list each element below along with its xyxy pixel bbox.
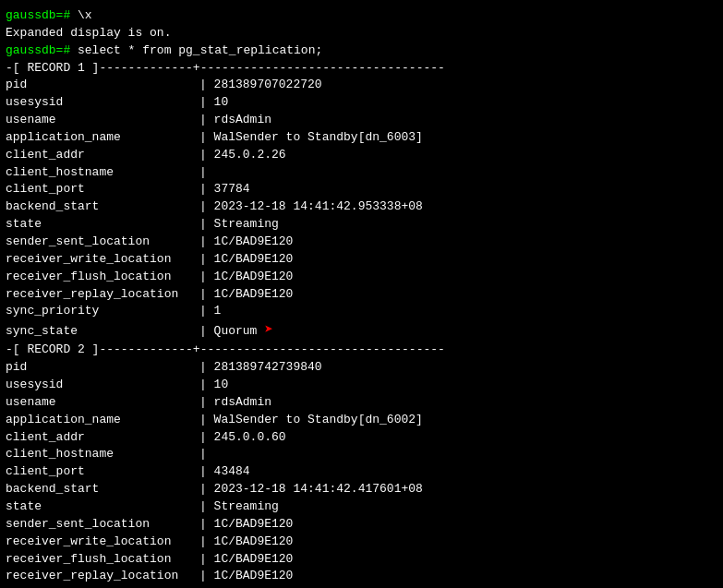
field-replayloc-1: receiver_replay_location | 1C/BAD9E120 [6,286,717,304]
field-usesysid-1: usesysid | 10 [6,94,717,112]
expanded-display-info: Expanded display is on. [6,25,717,42]
field-replayloc-2: receiver_replay_location | 1C/BAD9E120 [6,568,717,585]
field-usename-1: usename | rdsAdmin [6,112,717,129]
field-sentloc-2: sender_sent_location | 1C/BAD9E120 [6,516,717,534]
field-writeloc-1: receiver_write_location | 1C/BAD9E120 [6,251,717,269]
field-sentloc-1: sender_sent_location | 1C/BAD9E120 [6,234,717,251]
prompt-text: gaussdb=# [6,8,78,22]
field-clienthostname-2: client_hostname | [6,446,717,463]
field-backendstart-2: backend_start | 2023-12-18 14:41:42.4176… [6,481,717,498]
field-writeloc-2: receiver_write_location | 1C/BAD9E120 [6,534,717,551]
field-clientport-1: client_port | 37784 [6,181,717,198]
field-syncstate-1: sync_state | Quorum ➤ [6,320,717,342]
field-clientaddr-1: client_addr | 245.0.2.26 [6,147,717,164]
field-appname-2: application_name | WalSender to Standby[… [6,412,717,429]
field-usesysid-2: usesysid | 10 [6,377,717,394]
field-clientaddr-2: client_addr | 245.0.0.60 [6,429,717,447]
arrow-icon-1: ➤ [264,320,273,342]
field-clienthostname-1: client_hostname | [6,164,717,182]
field-appname-1: application_name | WalSender to Standby[… [6,129,717,147]
field-clientport-2: client_port | 43484 [6,463,717,481]
record1-header: -[ RECORD 1 ]-------------+-------------… [6,60,717,78]
field-backendstart-1: backend_start | 2023-12-18 14:41:42.9533… [6,198,717,216]
field-flushloc-1: receiver_flush_location | 1C/BAD9E120 [6,269,717,286]
field-usename-2: usename | rdsAdmin [6,394,717,412]
record2-header: -[ RECORD 2 ]-------------+-------------… [6,342,717,359]
command-line-1: gaussdb=# \x [6,7,717,25]
field-pid-2: pid | 281389742739840 [6,359,717,377]
terminal: gaussdb=# \x Expanded display is on. gau… [6,7,717,588]
field-state-2: state | Streaming [6,498,717,516]
command-line-2: gaussdb=# select * from pg_stat_replicat… [6,42,717,60]
field-pid-1: pid | 281389707022720 [6,77,717,94]
command-text: \x [78,8,92,22]
field-state-1: state | Streaming [6,216,717,234]
field-syncpriority-1: sync_priority | 1 [6,303,717,320]
field-flushloc-2: receiver_flush_location | 1C/BAD9E120 [6,551,717,569]
